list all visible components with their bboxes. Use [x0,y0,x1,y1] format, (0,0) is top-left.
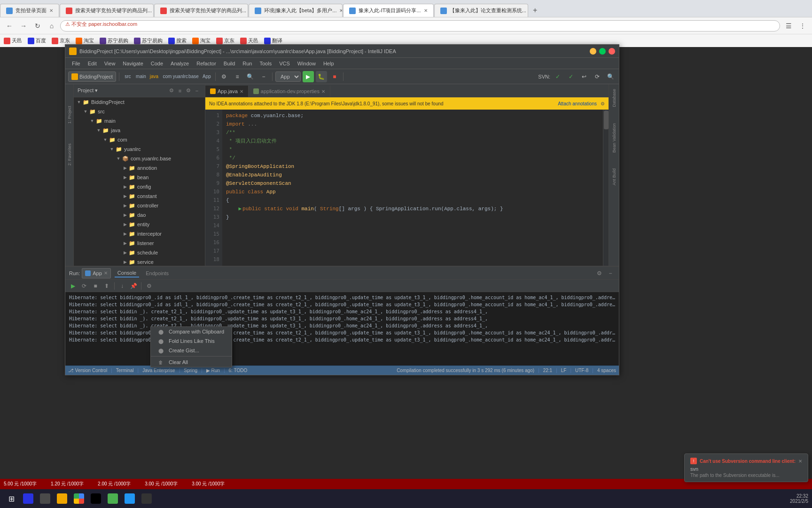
menu-code[interactable]: Code [147,58,167,69]
tab-close-0[interactable]: ✕ [49,8,53,13]
menu-help[interactable]: Help [320,58,338,69]
quick-jd[interactable]: 京东 [52,37,70,44]
ad-price-2[interactable]: 2.00 元 /1000字 [98,481,131,487]
menu-view[interactable]: View [101,58,119,69]
toolbar-structure[interactable]: ≡ [232,71,243,82]
tree-controller[interactable]: ▶ 📁 controller [74,201,205,210]
editor-scrollbar[interactable] [603,110,609,266]
browser-tab-4[interactable]: 豫来入此-IT项目源码分享... ✕ [343,4,434,17]
quick-tian2[interactable]: 天邑 [240,37,258,44]
tree-root[interactable]: ▼ 📁 BiddingProject [74,97,205,107]
tab-close-4[interactable]: ✕ [424,8,428,13]
taskbar-cortana[interactable] [38,491,53,506]
taskbar-terminal[interactable] [139,491,154,506]
tree-service[interactable]: ▶ 📁 service [74,257,205,266]
version-control-status[interactable]: ⎇ Version Control [68,368,107,373]
tree-schedule[interactable]: ▶ 📁 schedule [74,248,205,257]
tree-bean[interactable]: ▶ 📁 bean [74,173,205,182]
debug-button[interactable]: 🐛 [316,71,327,82]
ad-price-0[interactable]: 5.00 元 /1000字 [4,481,37,487]
forward-button[interactable]: → [18,20,29,32]
console-pin-btn[interactable]: 📌 [129,281,138,291]
tree-config[interactable]: ▶ 📁 config [74,182,205,191]
tree-main[interactable]: ▼ 📁 main [74,116,205,126]
taskbar-search[interactable] [21,491,36,506]
app-java-tab-close[interactable]: ✕ [240,89,243,94]
menu-button[interactable]: ⋮ [797,20,808,32]
quick-search[interactable]: 搜索 [168,37,187,44]
dev-props-tab-close[interactable]: ✕ [321,89,325,94]
svn-close-button[interactable]: ✕ [798,459,802,464]
maximize-button[interactable]: □ [599,48,606,55]
editor-tab-dev-props[interactable]: application-dev.properties ✕ [249,86,330,97]
quick-taobao[interactable]: 淘宝 [76,37,94,44]
quick-translate[interactable]: 翻译 [264,37,282,44]
terminal-status[interactable]: Terminal [116,368,134,373]
tree-src[interactable]: ▼ 📁 src [74,107,205,116]
close-button[interactable]: ✕ [609,48,615,55]
quick-baidu[interactable]: 百度 [28,37,46,44]
right-sidebar-ant-build[interactable]: Ant Build [611,166,617,188]
quick-tiandyi[interactable]: 天邑 [4,37,22,44]
run-app-tab[interactable]: App ✕ [82,268,111,278]
quick-taobao2[interactable]: 淘宝 [192,37,211,44]
left-strip-favorites[interactable]: 2: Favorites [66,141,73,168]
svn-update[interactable]: ✓ [565,71,577,82]
notification-settings-icon[interactable]: ⚙ [601,101,605,106]
browser-tab-3[interactable]: 环境|豫来入此【beta】多用户... ✕ [249,4,343,17]
console-run-btn[interactable]: ▶ [68,281,78,291]
browser-tab-1[interactable]: 搜索关键字竞拍关键字的商品列... ✕ [60,4,154,17]
menu-analyze[interactable]: Analyze [167,58,193,69]
editor-tab-app[interactable]: App.java ✕ [205,86,249,97]
todo-status[interactable]: 6: TODO [229,368,248,373]
run-config-select[interactable]: App [275,71,301,82]
console-restore-btn[interactable]: ⬆ [102,281,111,291]
toolbar-base[interactable]: base [188,71,199,82]
home-button[interactable]: ⌂ [46,20,57,32]
toolbar-search[interactable]: 🔍 [245,71,256,82]
address-input[interactable]: ⚠ 不安全 paper.ischoolbar.com [60,20,780,32]
run-status[interactable]: ▶ Run [206,368,220,373]
taskbar-qq[interactable] [122,491,137,506]
console-rerun-btn[interactable]: ⟳ [79,281,89,291]
menu-edit[interactable]: Edit [84,58,101,69]
left-strip-project[interactable]: 1: Project [66,103,73,127]
start-button[interactable]: ⊞ [4,491,19,506]
taskbar-intellij[interactable] [88,491,103,506]
spring-status[interactable]: Spring [184,368,197,373]
ad-price-3[interactable]: 3.00 元 /1000字 [145,481,178,487]
menu-run[interactable]: Run [239,58,256,69]
bottom-settings-btn[interactable]: ⚙ [594,269,604,278]
run-button[interactable]: ▶ [303,71,314,82]
tree-base[interactable]: ▼ 📦 com.yuanlrc.base [74,154,205,163]
svn-history[interactable]: ⟳ [592,71,603,82]
toolbar-settings[interactable]: ⚙ [219,71,230,82]
endpoints-tab[interactable]: Endpoints [143,270,172,277]
menu-refactor[interactable]: Refactor [193,58,220,69]
panel-settings[interactable]: ⚙ [167,87,176,95]
toolbar-app[interactable]: App [201,71,212,82]
new-tab-button[interactable]: + [529,4,542,17]
minimize-button[interactable]: − [590,48,596,55]
menu-file[interactable]: File [68,58,84,69]
tree-entity[interactable]: ▶ 📁 entity [74,220,205,229]
console-stop-btn[interactable]: ■ [91,281,100,291]
quick-suning1[interactable]: 苏宁易购 [100,37,128,44]
console-gear[interactable]: ⚙ [144,281,154,291]
toolbar-collapse[interactable]: − [258,71,269,82]
extensions-button[interactable]: ☰ [783,20,794,32]
ad-price-1[interactable]: 1.20 元 /1000字 [51,481,84,487]
toolbar-yuanlrc[interactable]: yuanlrc [175,71,186,82]
tree-annotion[interactable]: ▶ 📁 annotion [74,163,205,173]
tree-com[interactable]: ▼ 📁 com [74,135,205,144]
tree-yuanlrc[interactable]: ▼ 📁 yuanlrc [74,144,205,154]
taskbar-file-explorer[interactable] [55,491,70,506]
right-sidebar-database[interactable]: Database [611,86,617,110]
toolbar-com[interactable]: com [162,71,173,82]
ctx-fold-lines[interactable]: ⬤ Fold Lines Like This [151,336,232,346]
scrollbar-thumb[interactable] [604,111,609,129]
quick-jd2[interactable]: 京东 [216,37,234,44]
browser-tab-5[interactable]: 【豫来入此】论文查重检测系统... ✕ [434,4,528,17]
attach-annotations-button[interactable]: Attach annotations [558,101,597,106]
ctx-create-gist[interactable]: ⬤ Create Gist... [151,346,232,355]
